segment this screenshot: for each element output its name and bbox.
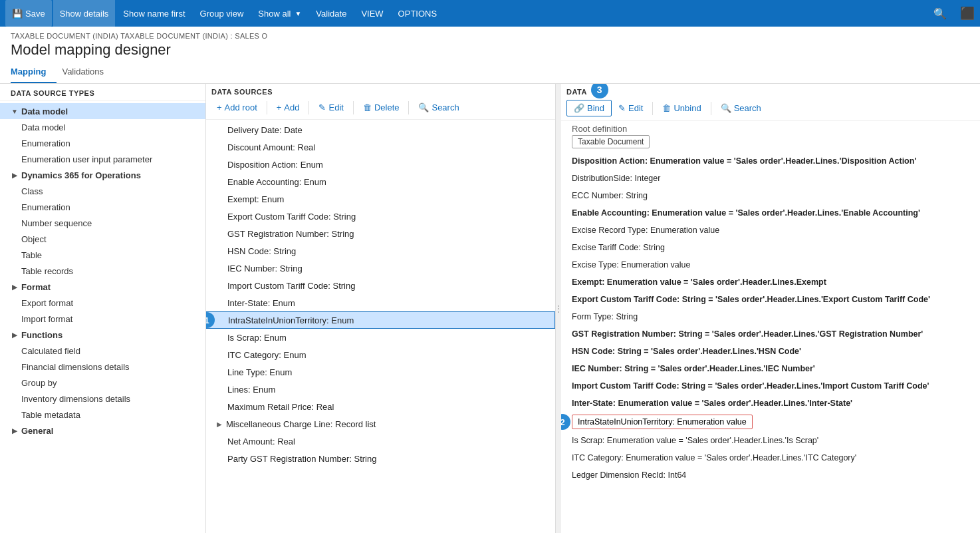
mid-panel: DATA SOURCES + Add root + Add ✎ Edit 🗑 D… [206, 84, 556, 533]
search-icon: 🔍 [418, 102, 429, 112]
right-list-item[interactable]: Exempt: Enumeration value = 'Sales order… [561, 273, 980, 291]
tree-item-label: Financial dimensions details [21, 362, 130, 372]
group-view-button[interactable]: Group view [193, 0, 251, 27]
list-item[interactable]: Export Custom Tariff Code: String [206, 208, 555, 225]
add-button[interactable]: + Add [271, 100, 305, 115]
tree-item-financial-dimensions[interactable]: Financial dimensions details [0, 359, 205, 375]
list-item[interactable]: Inter-State: Enum [206, 294, 555, 311]
validate-button[interactable]: Validate [309, 0, 353, 27]
right-list-item[interactable]: GST Registration Number: String = 'Sales… [561, 325, 980, 343]
save-button[interactable]: 💾 Save [5, 0, 52, 27]
edit-button[interactable]: ✎ Edit [313, 100, 348, 115]
data-sources-header: DATA SOURCES [211, 88, 273, 96]
list-item[interactable]: Exempt: Enum [206, 190, 555, 208]
tree-item-label: Calculated field [21, 346, 80, 356]
tree-item-general[interactable]: ▶ General [0, 423, 205, 439]
tree-item-calculated-field[interactable]: Calculated field [0, 343, 205, 359]
edit-icon: ✎ [618, 103, 626, 113]
right-list-item[interactable]: Disposition Action: Enumeration value = … [561, 152, 980, 170]
tab-validations[interactable]: Validations [62, 61, 114, 83]
unbind-label: Unbind [674, 103, 701, 113]
list-item[interactable]: Line Type: Enum [206, 363, 555, 381]
list-item[interactable]: IEC Number: String [206, 260, 555, 277]
add-root-button[interactable]: + Add root [211, 100, 263, 115]
right-edit-button[interactable]: ✎ Edit [613, 100, 648, 116]
right-list-item[interactable]: Excise Type: Enumeration value [561, 256, 980, 273]
tree-item-label: Object [21, 234, 47, 244]
options-button[interactable]: OPTIONS [392, 0, 444, 27]
list-item[interactable]: Party GST Registration Number: String [206, 450, 555, 467]
list-item[interactable]: Discount Amount: Real [206, 138, 555, 156]
search-button[interactable]: 🔍 Search [413, 100, 464, 115]
right-list-item[interactable]: HSN Code: String = 'Sales order'.Header.… [561, 343, 980, 360]
list-item[interactable]: GST Registration Number: String [206, 225, 555, 242]
right-list-item[interactable]: Export Custom Tariff Code: String = 'Sal… [561, 291, 980, 308]
delete-button[interactable]: 🗑 Delete [358, 100, 405, 115]
expand-icon: ▶ [11, 331, 19, 339]
tree-item-import-format[interactable]: Import format [0, 311, 205, 327]
unbind-button[interactable]: 🗑 Unbind [657, 100, 706, 116]
right-list-item[interactable]: Ledger Dimension RecId: Int64 [561, 466, 980, 484]
tree-item-enum-user-input[interactable]: Enumeration user input parameter [0, 151, 205, 167]
right-list-item[interactable]: ITC Category: Enumeration value = 'Sales… [561, 449, 980, 466]
tree-item-label: Format [21, 282, 51, 292]
right-list-item[interactable]: Enable Accounting: Enumeration value = '… [561, 204, 980, 222]
tree-item-label: Table metadata [21, 410, 80, 420]
expand-icon: ▼ [11, 107, 19, 115]
search-icon[interactable]: 🔍 [927, 7, 953, 20]
tree-item-object[interactable]: Object [0, 231, 205, 247]
tree-item-enumeration-2[interactable]: Enumeration [0, 199, 205, 215]
list-item[interactable]: Is Scrap: Enum [206, 329, 555, 346]
tree-item-data-model-root[interactable]: ▼ Data model [0, 103, 205, 119]
view-button[interactable]: VIEW [354, 0, 390, 27]
right-list-item[interactable]: ECC Number: String [561, 187, 980, 204]
right-search-button[interactable]: 🔍 Search [715, 100, 767, 116]
right-panel-header-wrap: DATA 3 [561, 84, 980, 96]
tree-item-table-records[interactable]: Table records [0, 263, 205, 279]
right-list-item[interactable]: Excise Record Type: Enumeration value [561, 222, 980, 239]
list-item[interactable]: Enable Accounting: Enum [206, 173, 555, 190]
tab-mapping[interactable]: Mapping [11, 61, 57, 83]
delete-label: Delete [374, 102, 400, 112]
list-item[interactable]: Import Custom Tariff Code: String [206, 277, 555, 294]
tree-item-format[interactable]: ▶ Format [0, 279, 205, 295]
show-details-button[interactable]: Show details [53, 0, 116, 27]
show-all-button[interactable]: Show all ▼ [251, 0, 308, 27]
list-item[interactable]: Maximum Retail Price: Real [206, 398, 555, 415]
list-item[interactable]: Net Amount: Real [206, 433, 555, 450]
right-list-item[interactable]: IEC Number: String = 'Sales order'.Heade… [561, 360, 980, 377]
bind-button[interactable]: 🔗 Bind [566, 100, 612, 116]
list-item[interactable]: Delivery Date: Date [206, 121, 555, 138]
right-list-item-intrastate[interactable]: 2 IntraStateInUnionTerritory: Enumeratio… [561, 412, 980, 432]
tree-item-class[interactable]: Class [0, 183, 205, 199]
list-item-intrastate[interactable]: 1 IntraStateInUnionTerritory: Enum [206, 311, 555, 329]
list-item[interactable]: Lines: Enum [206, 381, 555, 398]
tree-item-export-format[interactable]: Export format [0, 295, 205, 311]
tree-item-group-by[interactable]: Group by [0, 375, 205, 391]
right-list-item[interactable]: Import Custom Tariff Code: String = 'Sal… [561, 377, 980, 395]
resize-handle[interactable]: ⋮ [556, 84, 561, 533]
tree-item-functions[interactable]: ▶ Functions [0, 327, 205, 343]
right-list-item[interactable]: DistributionSide: Integer [561, 170, 980, 187]
mid-toolbar: + Add root + Add ✎ Edit 🗑 Delete 🔍 Searc… [206, 96, 555, 120]
list-item-misc[interactable]: ▶ Miscellaneous Charge Line: Record list [206, 415, 555, 433]
right-list-item[interactable]: Is Scrap: Enumeration value = 'Sales ord… [561, 432, 980, 449]
tree-item-table[interactable]: Table [0, 247, 205, 263]
list-item[interactable]: Disposition Action: Enum [206, 156, 555, 173]
list-item[interactable]: HSN Code: String [206, 242, 555, 260]
tree-item-enumeration-1[interactable]: Enumeration [0, 135, 205, 151]
right-list-item[interactable]: Inter-State: Enumeration value = 'Sales … [561, 395, 980, 412]
tree-item-dynamics365[interactable]: ▶ Dynamics 365 for Operations [0, 167, 205, 183]
tree-item-data-model[interactable]: Data model [0, 119, 205, 135]
right-list-item[interactable]: Form Type: String [561, 308, 980, 325]
tree-item-number-sequence[interactable]: Number sequence [0, 215, 205, 231]
tree-item-inventory-dimensions[interactable]: Inventory dimensions details [0, 391, 205, 407]
show-name-first-button[interactable]: Show name first [116, 0, 191, 27]
right-list-item[interactable]: Excise Tariff Code: String [561, 239, 980, 256]
tree-item-label: Dynamics 365 for Operations [21, 170, 141, 180]
list-item[interactable]: ITC Category: Enum [206, 346, 555, 363]
tree-item-table-metadata[interactable]: Table metadata [0, 407, 205, 423]
right-toolbar: 🔗 Bind ✎ Edit 🗑 Unbind 🔍 Search [561, 96, 980, 121]
divider-3 [353, 101, 354, 114]
divider [652, 102, 653, 115]
